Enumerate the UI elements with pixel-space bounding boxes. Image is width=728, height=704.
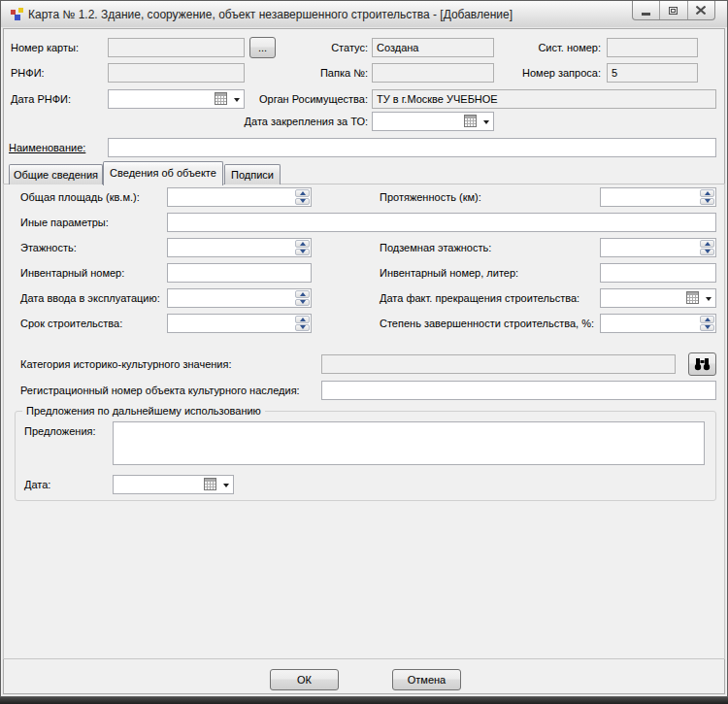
underground-floors-spinner xyxy=(600,238,716,257)
organ-field xyxy=(372,89,716,109)
sys-number-label: Сист. номер: xyxy=(467,42,601,53)
spin-down-button[interactable] xyxy=(295,299,310,307)
spin-up-button[interactable] xyxy=(295,240,310,248)
down-arrow-icon xyxy=(300,250,306,253)
extent-input[interactable] xyxy=(600,187,716,207)
heritage-category-search-button[interactable] xyxy=(688,352,716,376)
dialog-window: Карта № 1.2. Здание, сооружение, объект … xyxy=(0,0,728,697)
proposals-date-label: Дата: xyxy=(24,479,50,490)
up-arrow-icon xyxy=(300,292,306,296)
spin-up-button[interactable] xyxy=(295,189,310,197)
other-params-label: Иные параметры: xyxy=(20,217,109,228)
down-arrow-icon xyxy=(705,199,711,203)
floors-label: Этажность: xyxy=(20,242,77,253)
down-arrow-icon xyxy=(705,250,711,253)
total-area-spinner xyxy=(167,187,312,207)
calendar-icon[interactable] xyxy=(464,115,477,127)
up-arrow-icon xyxy=(705,191,711,195)
total-area-input[interactable] xyxy=(167,187,312,207)
construction-term-input[interactable] xyxy=(167,314,312,333)
total-area-label: Общая площадь (кв.м.): xyxy=(20,191,140,203)
spin-down-button[interactable] xyxy=(295,324,310,332)
name-field[interactable] xyxy=(108,138,716,157)
heritage-reg-number-field[interactable] xyxy=(321,381,716,400)
proposals-label: Предложения: xyxy=(24,425,96,437)
calendar-icon[interactable] xyxy=(686,291,699,304)
ok-button[interactable]: ОК xyxy=(270,669,339,690)
calendar-icon[interactable] xyxy=(204,478,216,490)
app-icon xyxy=(10,7,25,22)
down-arrow-icon xyxy=(705,325,711,329)
rnfi-label: РНФИ: xyxy=(11,67,45,79)
inventory-liter-field[interactable] xyxy=(600,263,716,283)
other-params-field[interactable] xyxy=(167,213,716,232)
floors-input[interactable] xyxy=(167,238,312,257)
underground-floors-label: Подземная этажность: xyxy=(380,242,491,253)
up-arrow-icon xyxy=(300,318,306,321)
spin-down-button[interactable] xyxy=(700,198,714,206)
commissioning-date-input[interactable] xyxy=(167,288,312,308)
tab-signatures[interactable]: Подписи xyxy=(224,164,281,184)
completion-percent-spinner xyxy=(600,314,716,333)
down-arrow-icon xyxy=(300,300,306,304)
dropdown-arrow-icon[interactable] xyxy=(706,297,711,301)
spin-up-button[interactable] xyxy=(295,316,310,323)
to-date-label: Дата закрепления за ТО: xyxy=(147,116,368,127)
dropdown-arrow-icon[interactable] xyxy=(483,120,489,124)
construction-term-spinner xyxy=(167,314,312,333)
down-arrow-icon xyxy=(300,325,306,329)
down-arrow-icon xyxy=(300,199,306,203)
binoculars-icon xyxy=(694,357,711,371)
proposals-date-input[interactable] xyxy=(114,476,202,493)
completion-percent-input[interactable] xyxy=(600,314,716,333)
up-arrow-icon xyxy=(300,191,306,195)
status-label: Статус: xyxy=(147,42,368,53)
spin-down-button[interactable] xyxy=(700,249,714,256)
proposals-date-picker[interactable] xyxy=(113,475,234,494)
organ-label: Орган Росимущества: xyxy=(147,93,368,105)
request-number-field xyxy=(607,63,698,83)
up-arrow-icon xyxy=(705,242,711,246)
maximize-icon xyxy=(669,7,678,15)
request-number-label: Номер запроса: xyxy=(467,67,601,79)
close-button[interactable] xyxy=(688,1,714,19)
tab-general[interactable]: Общие сведения xyxy=(9,164,103,184)
inventory-number-label: Инвентарный номер: xyxy=(20,267,124,279)
cancel-button[interactable]: Отмена xyxy=(392,669,461,690)
construction-end-date-picker[interactable] xyxy=(600,288,716,308)
extent-spinner xyxy=(600,187,716,207)
up-arrow-icon xyxy=(705,318,711,321)
construction-end-date-input[interactable] xyxy=(601,289,684,307)
maximize-button[interactable] xyxy=(660,1,687,19)
construction-end-date-label: Дата факт. прекращения строительства: xyxy=(380,292,579,304)
window-title: Карта № 1.2. Здание, сооружение, объект … xyxy=(28,8,513,21)
completion-percent-label: Степень завершенности строительства, %: xyxy=(380,318,594,329)
heritage-reg-number-label: Регистрационный номер объекта культурног… xyxy=(20,385,300,396)
minimize-button[interactable] xyxy=(633,1,660,19)
sys-number-field xyxy=(607,38,698,57)
spin-down-button[interactable] xyxy=(295,249,310,256)
dropdown-arrow-icon[interactable] xyxy=(223,484,229,487)
minimize-icon xyxy=(642,13,650,16)
spin-down-button[interactable] xyxy=(295,198,310,206)
tab-object[interactable]: Сведения об объекте xyxy=(103,161,223,185)
proposals-textarea[interactable] xyxy=(113,421,705,465)
heritage-category-field xyxy=(321,354,676,374)
spin-up-button[interactable] xyxy=(295,290,310,298)
folder-label: Папка №: xyxy=(147,67,368,79)
construction-term-label: Срок строительства: xyxy=(20,318,122,329)
to-date-picker[interactable] xyxy=(372,112,494,131)
window-controls xyxy=(632,1,715,20)
window-titlebar[interactable]: Карта № 1.2. Здание, сооружение, объект … xyxy=(1,1,727,27)
spin-up-button[interactable] xyxy=(700,189,714,197)
underground-floors-input[interactable] xyxy=(600,238,716,257)
inventory-number-field[interactable] xyxy=(167,263,312,283)
up-arrow-icon xyxy=(300,242,306,246)
spin-up-button[interactable] xyxy=(700,240,714,248)
spin-down-button[interactable] xyxy=(700,324,714,332)
proposals-group-title: Предложения по дальнейшему использованию xyxy=(22,405,265,417)
inventory-liter-label: Инвентарный номер, литер: xyxy=(380,267,518,279)
floors-spinner xyxy=(167,238,312,257)
spin-up-button[interactable] xyxy=(700,316,714,323)
to-date-input[interactable] xyxy=(373,113,462,130)
